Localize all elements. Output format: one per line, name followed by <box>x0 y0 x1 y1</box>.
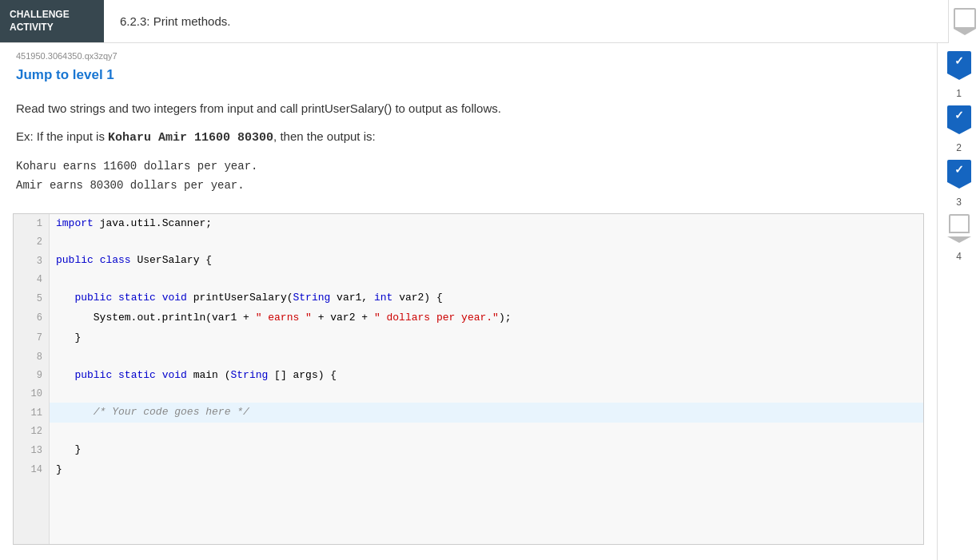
output-line-1: Koharu earns 11600 dollars per year. <box>16 157 921 177</box>
header-title: 6.2.3: Print methods. <box>104 14 948 28</box>
table-row: 5 public static void printUserSalary(Str… <box>14 288 923 308</box>
header: CHALLENGE ACTIVITY 6.2.3: Print methods. <box>0 0 980 43</box>
sidebar-item-level-2[interactable]: ✓ 2 <box>947 105 971 153</box>
table-row[interactable]: 11 /* Your code goes here */ <box>14 403 923 423</box>
level-number-2: 2 <box>956 142 962 153</box>
description-main: Read two strings and two integers from i… <box>0 91 937 126</box>
main-layout: 451950.3064350.qx3zqy7 Jump to level 1 R… <box>0 43 980 560</box>
table-row: 10 <box>14 385 923 403</box>
example-text: Ex: If the input is Koharu Amir 11600 80… <box>0 126 937 148</box>
sidebar-item-level-3[interactable]: ✓ 3 <box>947 160 971 208</box>
sidebar-levels: ✓ 1 ✓ 2 ✓ 3 <box>937 43 980 560</box>
table-row: 8 <box>14 348 923 366</box>
level-number-1: 1 <box>956 88 962 99</box>
sidebar-item-level-1[interactable]: ✓ 1 <box>947 51 971 99</box>
table-row: 1 import java.util.Scanner; <box>14 214 923 234</box>
meta-info: 451950.3064350.qx3zqy7 <box>0 43 937 64</box>
table-row: 14 } <box>14 460 923 480</box>
level-number-4: 4 <box>956 251 962 262</box>
content-area: 451950.3064350.qx3zqy7 Jump to level 1 R… <box>0 43 937 560</box>
table-row: 7 } <box>14 328 923 348</box>
jump-to-level-link[interactable]: Jump to level 1 <box>0 64 937 91</box>
code-empty-space <box>14 480 923 544</box>
output-line-2: Amir earns 80300 dollars per year. <box>16 177 921 196</box>
table-row: 9 public static void main (String [] arg… <box>14 366 923 386</box>
code-editor[interactable]: 1 import java.util.Scanner; 2 3 public c… <box>13 213 924 545</box>
table-row: 6 System.out.println(var1 + " earns " + … <box>14 308 923 328</box>
header-badge <box>948 0 980 43</box>
output-block: Koharu earns 11600 dollars per year. Ami… <box>0 148 937 205</box>
sidebar-item-level-4[interactable]: 4 <box>947 214 971 262</box>
table-row: 3 public class UserSalary { <box>14 251 923 271</box>
table-row: 4 <box>14 271 923 288</box>
level-number-3: 3 <box>956 197 962 208</box>
table-row: 2 <box>14 233 923 251</box>
table-row: 12 <box>14 423 923 440</box>
table-row: 13 } <box>14 440 923 460</box>
challenge-activity-label: CHALLENGE ACTIVITY <box>0 0 104 42</box>
